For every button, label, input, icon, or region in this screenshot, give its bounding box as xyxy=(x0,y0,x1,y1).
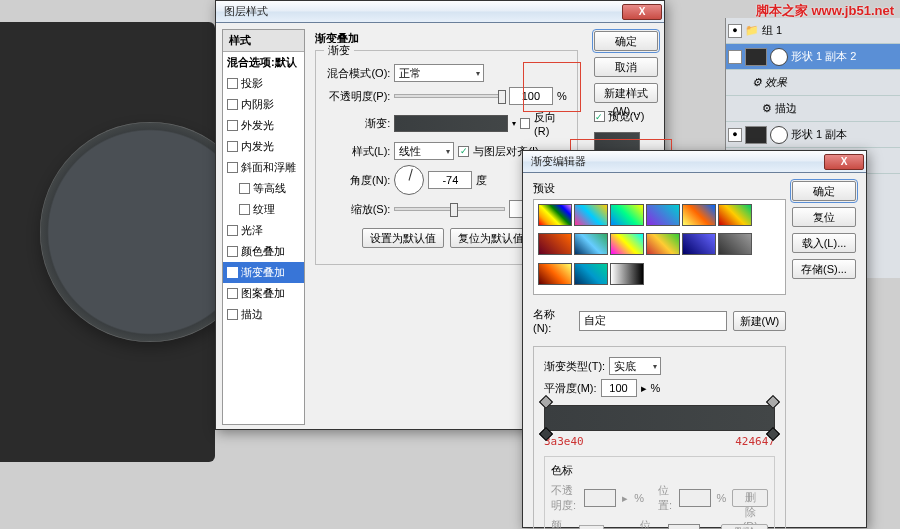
style-item[interactable]: 颜色叠加 xyxy=(223,241,304,262)
align-checkbox[interactable]: ✓ xyxy=(458,146,469,157)
preset-swatch[interactable] xyxy=(538,263,572,285)
style-label: 样式(L): xyxy=(326,144,390,159)
style-item[interactable]: 图案叠加 xyxy=(223,283,304,304)
reverse-checkbox[interactable] xyxy=(520,118,530,129)
style-item[interactable]: 等高线 xyxy=(223,178,304,199)
angle-input[interactable] xyxy=(428,171,472,189)
reset-default-button[interactable]: 复位为默认值 xyxy=(450,228,532,248)
style-item[interactable]: 斜面和浮雕 xyxy=(223,157,304,178)
scale-slider[interactable] xyxy=(394,207,505,211)
document-canvas xyxy=(0,22,215,462)
layer-fx[interactable]: ⚙ 效果 xyxy=(726,70,900,96)
preset-swatch[interactable] xyxy=(682,204,716,226)
gradient-swatch[interactable] xyxy=(394,115,508,132)
layer-thumb xyxy=(745,48,767,66)
preset-swatch[interactable] xyxy=(610,233,644,255)
position-input xyxy=(668,524,700,529)
smooth-input[interactable] xyxy=(601,379,637,397)
preset-swatch[interactable] xyxy=(538,233,572,255)
gradient-label: 渐变: xyxy=(326,116,390,131)
opacity-slider[interactable] xyxy=(394,94,505,98)
style-item[interactable]: ✓渐变叠加 xyxy=(223,262,304,283)
fx-icon: ⚙ xyxy=(752,76,762,89)
color-swatch xyxy=(579,525,604,529)
styles-list[interactable]: 样式 混合选项:默认投影内阴影外发光内发光斜面和浮雕等高线纹理光泽颜色叠加✓渐变… xyxy=(222,29,305,425)
mask-thumb xyxy=(770,48,788,66)
opacity-stop[interactable] xyxy=(539,395,553,409)
delete-button: 删除(D) xyxy=(721,524,768,529)
titlebar[interactable]: 渐变编辑器 X xyxy=(523,151,866,173)
style-item[interactable]: 外发光 xyxy=(223,115,304,136)
style-item[interactable]: 混合选项:默认 xyxy=(223,52,304,73)
angle-wheel[interactable] xyxy=(394,165,424,195)
layer-label: 描边 xyxy=(775,101,797,116)
angle-label: 角度(N): xyxy=(326,173,390,188)
style-select[interactable]: 线性 xyxy=(394,142,454,160)
reset-button[interactable]: 复位 xyxy=(792,207,856,227)
visibility-icon[interactable]: ● xyxy=(728,50,742,64)
preset-swatch[interactable] xyxy=(538,204,572,226)
preset-swatch[interactable] xyxy=(574,204,608,226)
stops-title: 色标 xyxy=(551,463,768,478)
layer-fx-stroke[interactable]: ⚙ 描边 xyxy=(726,96,900,122)
ok-button[interactable]: 确定 xyxy=(792,181,856,201)
save-button[interactable]: 存储(S)... xyxy=(792,259,856,279)
preset-swatch[interactable] xyxy=(646,233,680,255)
new-button[interactable]: 新建(W) xyxy=(733,311,786,331)
type-label: 渐变类型(T): xyxy=(544,359,605,374)
layer-label: 形状 1 副本 2 xyxy=(791,49,856,64)
dialog-title: 图层样式 xyxy=(224,4,622,19)
scale-label: 缩放(S): xyxy=(326,202,390,217)
style-item[interactable]: 投影 xyxy=(223,73,304,94)
load-button[interactable]: 载入(L)... xyxy=(792,233,856,253)
panel-title: 渐变叠加 xyxy=(315,31,577,46)
preset-swatch[interactable] xyxy=(718,233,752,255)
name-input[interactable] xyxy=(579,311,727,331)
opacity-stop[interactable] xyxy=(766,395,780,409)
smooth-label: 平滑度(M): xyxy=(544,381,597,396)
style-item[interactable]: 描边 xyxy=(223,304,304,325)
section-title: 渐变 xyxy=(324,43,354,58)
new-style-button[interactable]: 新建样式(W)... xyxy=(594,83,658,103)
visibility-icon[interactable]: ● xyxy=(728,128,742,142)
folder-icon: 📁 xyxy=(745,24,759,37)
preset-swatch[interactable] xyxy=(574,233,608,255)
cancel-button[interactable]: 取消 xyxy=(594,57,658,77)
type-select[interactable]: 实底 xyxy=(609,357,661,375)
preview-checkbox[interactable]: ✓ xyxy=(594,111,605,122)
style-item[interactable]: 内发光 xyxy=(223,136,304,157)
mask-thumb xyxy=(770,126,788,144)
close-button[interactable]: X xyxy=(824,154,864,170)
visibility-icon[interactable]: ● xyxy=(728,24,742,38)
blend-mode-select[interactable]: 正常 xyxy=(394,64,484,82)
preset-swatch[interactable] xyxy=(610,204,644,226)
style-item[interactable]: 内阴影 xyxy=(223,94,304,115)
layer-row[interactable]: ● 形状 1 副本 xyxy=(726,122,900,148)
preset-swatch[interactable] xyxy=(610,263,644,285)
style-item[interactable]: 光泽 xyxy=(223,220,304,241)
close-button[interactable]: X xyxy=(622,4,662,20)
ok-button[interactable]: 确定 xyxy=(594,31,658,51)
gradient-bar[interactable] xyxy=(544,405,775,431)
name-label: 名称(N): xyxy=(533,307,573,334)
preset-swatch[interactable] xyxy=(574,263,608,285)
opacity-input[interactable] xyxy=(509,87,553,105)
layer-label: 效果 xyxy=(765,75,787,90)
set-default-button[interactable]: 设置为默认值 xyxy=(362,228,444,248)
layer-label: 形状 1 副本 xyxy=(791,127,847,142)
preset-swatch[interactable] xyxy=(682,233,716,255)
layer-thumb xyxy=(745,126,767,144)
preset-swatch[interactable] xyxy=(646,204,680,226)
preset-swatch[interactable] xyxy=(718,204,752,226)
style-item[interactable]: 纹理 xyxy=(223,199,304,220)
gradient-editor-dialog: 渐变编辑器 X 预设 名称(N): 新建(W) 渐变类型(T): 实底 平滑度(… xyxy=(522,150,867,528)
presets-grid[interactable] xyxy=(533,199,786,295)
titlebar[interactable]: 图层样式 X xyxy=(216,1,664,23)
opacity-label: 不透明度(P): xyxy=(326,89,390,104)
styles-header: 样式 xyxy=(223,30,304,52)
layer-label: 组 1 xyxy=(762,23,782,38)
layer-row[interactable]: ● 形状 1 副本 2 xyxy=(726,44,900,70)
blend-mode-label: 混合模式(O): xyxy=(326,66,390,81)
fx-icon: ⚙ xyxy=(762,102,772,115)
layer-group[interactable]: ● 📁 组 1 xyxy=(726,18,900,44)
